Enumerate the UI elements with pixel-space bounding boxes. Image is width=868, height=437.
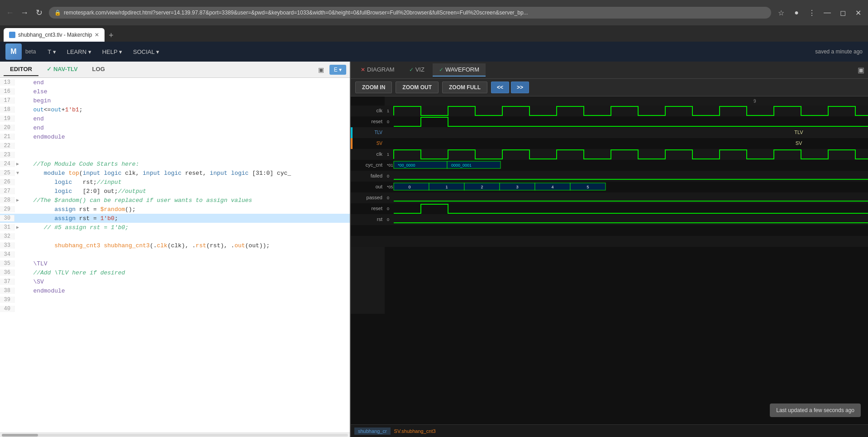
e-menu-button[interactable]: E ▾ (329, 65, 346, 75)
svg-rect-8 (351, 116, 868, 127)
scrollbar-track (2, 434, 348, 437)
zoom-full-button[interactable]: ZOOM FULL (442, 82, 487, 93)
tab-viz[interactable]: ✓ VIZ (403, 63, 431, 77)
line-code: \TLV (21, 260, 48, 267)
nav-menu: T ▾ LEARN ▾ HELP ▾ SOCIAL ▾ (43, 47, 163, 57)
nav-t-menu[interactable]: T ▾ (43, 47, 60, 57)
code-line: 32 (0, 232, 350, 241)
waveform-nav: << >> (491, 82, 529, 93)
tab-bar: shubhang_cnt3.tlv - Makerchip ✕ + (0, 25, 868, 42)
svg-text:1: 1 (445, 185, 448, 189)
svg-text:5: 5 (587, 185, 589, 189)
tab-log[interactable]: LOG (86, 63, 111, 76)
code-line: 17 begin (0, 96, 350, 105)
line-number: 21 (0, 134, 14, 140)
line-number: 17 (0, 97, 14, 104)
scrollbar-thumb[interactable] (2, 434, 38, 437)
line-code (21, 152, 26, 158)
tab-title: shubhang_cnt3.tlv - Makerchip (18, 32, 92, 38)
code-line: 28 ▶ //The $random() can be replaced if … (0, 196, 350, 205)
svg-text:*01: *01 (387, 163, 393, 168)
address-bar[interactable]: 🔒 remotespark.com/view/rdpdirect.html?se… (49, 7, 771, 19)
app-container: M beta T ▾ LEARN ▾ HELP ▾ SOCIAL ▾ saved… (0, 42, 868, 437)
code-line: 39 (0, 295, 350, 304)
svg-rect-18 (351, 225, 868, 236)
nav-help-menu[interactable]: HELP ▾ (98, 47, 127, 57)
svg-text:TLV: TLV (794, 130, 803, 135)
code-line: 29 assign rst = $random(); (0, 205, 350, 214)
forward-button[interactable]: → (18, 6, 31, 19)
browser-tab[interactable]: shubhang_cnt3.tlv - Makerchip ✕ (4, 28, 105, 42)
bookmark-button[interactable]: ☆ (775, 6, 787, 19)
module-label-1[interactable]: shubhang_cr (354, 427, 391, 435)
code-line: 35 \TLV (0, 259, 350, 268)
svg-rect-7 (351, 106, 868, 116)
waveform-check-icon: ✓ (439, 67, 444, 73)
tab-editor[interactable]: EDITOR (4, 63, 38, 76)
zoom-in-button[interactable]: ZOOM IN (355, 82, 392, 93)
code-line: 25 ▼ module top(input logic clk, input l… (0, 168, 350, 178)
line-number: 33 (0, 242, 14, 249)
editor-expand-button[interactable]: ▣ (315, 63, 328, 76)
code-line: 24 ▶ //Top Module Code Starts here: (0, 159, 350, 168)
back-button[interactable]: ← (4, 6, 16, 19)
sv-label[interactable]: SV.shubhang_cnt3 (391, 427, 439, 435)
nav-social-menu[interactable]: SOCIAL ▾ (129, 47, 164, 57)
line-code (21, 306, 26, 312)
line-code (21, 297, 26, 303)
browser-actions: ☆ ● ⋮ — ◻ ✕ (775, 6, 864, 19)
line-number: 39 (0, 297, 14, 303)
waveform-svg: 9 (351, 96, 868, 424)
svg-rect-25 (351, 138, 353, 149)
more-button[interactable]: ⋮ (806, 6, 818, 19)
line-code (21, 251, 26, 258)
new-tab-button[interactable]: + (105, 29, 117, 42)
code-line: 34 (0, 250, 350, 259)
prev-button[interactable]: << (491, 82, 509, 93)
editor-panel: EDITOR ✓ NAV-TLV LOG ▣ E ▾ 13 end (0, 62, 351, 437)
tab-close-button[interactable]: ✕ (95, 32, 99, 38)
line-number: 22 (0, 143, 14, 149)
line-number: 38 (0, 288, 14, 294)
url-text: remotespark.com/view/rdpdirect.html?serv… (64, 10, 528, 16)
reload-button[interactable]: ↻ (33, 6, 45, 19)
editor-scrollbar[interactable] (0, 432, 350, 437)
svg-rect-19 (351, 236, 868, 247)
line-number: 19 (0, 115, 14, 122)
line-number: 26 (0, 179, 14, 185)
tab-nav-tlv[interactable]: ✓ NAV-TLV (40, 63, 84, 76)
line-number: 24 (0, 161, 14, 167)
code-editor[interactable]: 13 end 16 else 17 begin (0, 78, 350, 432)
waveform-expand-button[interactable]: ▣ (858, 66, 864, 74)
line-code: module top(input logic clk, input logic … (21, 170, 291, 177)
browser-chrome: ← → ↻ 🔒 remotespark.com/view/rdpdirect.h… (0, 0, 868, 25)
line-number: 35 (0, 260, 14, 267)
line-code: end (21, 115, 44, 122)
next-button[interactable]: >> (511, 82, 529, 93)
profile-button[interactable]: ● (790, 6, 803, 19)
svg-text:2: 2 (481, 185, 483, 189)
tab-diagram[interactable]: ✕ DIAGRAM (354, 63, 401, 77)
svg-text:0000_0001: 0000_0001 (451, 163, 472, 168)
tab-waveform[interactable]: ✓ WAVEFORM (433, 63, 486, 77)
code-line: 18 out<=out+1'b1; (0, 105, 350, 114)
fold-indicator: ▶ (14, 225, 21, 230)
last-updated-text: Last updated a few seconds ago (776, 407, 854, 413)
waveform-display[interactable]: 9 (351, 96, 868, 424)
nav-learn-menu[interactable]: LEARN ▾ (62, 47, 96, 57)
code-line: 40 (0, 304, 350, 313)
svg-text:rst: rst (377, 216, 382, 222)
line-code: end (21, 125, 44, 131)
fold-indicator: ▶ (14, 161, 21, 167)
svg-rect-13 (351, 171, 868, 182)
line-number: 29 (0, 206, 14, 212)
code-line: 21 endmodule (0, 132, 350, 141)
restore-button[interactable]: ◻ (836, 6, 849, 19)
minimize-button[interactable]: — (821, 6, 834, 19)
line-number: 31 (0, 224, 14, 231)
close-button[interactable]: ✕ (852, 6, 864, 19)
code-line: 26 logic rst;//input (0, 178, 350, 187)
line-number: 27 (0, 188, 14, 194)
svg-text:out: out (376, 184, 382, 189)
zoom-out-button[interactable]: ZOOM OUT (396, 82, 439, 93)
